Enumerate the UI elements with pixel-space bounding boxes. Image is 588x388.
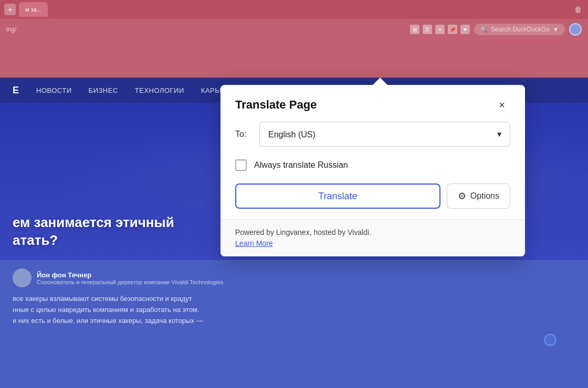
address-bar: ing/ ⊞ 文 ≡ 📌 ▼ 🔍 Search DuckDuckGo ▼	[0, 19, 588, 40]
bookmark-icon[interactable]: ⊞	[410, 25, 419, 34]
tab-label: м за...	[25, 6, 41, 13]
modal-body: To: English (US) English (UK) Spanish Fr…	[220, 122, 525, 219]
new-tab-button[interactable]: +	[4, 4, 16, 15]
browser-tab[interactable]: м за...	[19, 2, 48, 17]
always-translate-checkbox[interactable]	[235, 159, 247, 171]
search-placeholder: Search DuckDuckGo	[491, 26, 550, 33]
always-translate-label: Always translate Russian	[254, 160, 348, 170]
modal-header: Translate Page ×	[220, 85, 525, 122]
search-icon: 🔍	[480, 26, 488, 33]
modal-footer: Powered by Lingvanex, hosted by Vivaldi.…	[220, 219, 525, 256]
modal-caret	[373, 78, 387, 85]
always-translate-row: Always translate Russian	[235, 159, 510, 171]
search-dropdown-icon: ▼	[553, 26, 559, 33]
dropdown-icon[interactable]: ▼	[460, 25, 470, 34]
language-select-row: To: English (US) English (UK) Spanish Fr…	[235, 122, 510, 147]
footer-powered-by-text: Powered by Lingvanex, hosted by Vivaldi.	[235, 228, 510, 236]
reader-icon[interactable]: ≡	[435, 25, 445, 34]
search-box[interactable]: 🔍 Search DuckDuckGo ▼	[474, 24, 565, 35]
to-label: To:	[235, 130, 251, 139]
toolbar-icons: ⊞ 文 ≡ 📌 ▼	[410, 25, 470, 34]
translate-icon[interactable]: 文	[423, 25, 432, 34]
trash-icon[interactable]: 🗑	[572, 4, 584, 15]
options-button-label: Options	[470, 191, 499, 201]
learn-more-link[interactable]: Learn More	[235, 239, 273, 247]
gear-icon: ⚙	[458, 190, 466, 202]
browser-chrome: + м за... 🗑 ing/ ⊞ 文 ≡ 📌 ▼ 🔍 Search Duck…	[0, 0, 588, 78]
modal-title: Translate Page	[235, 98, 317, 112]
options-button[interactable]: ⚙ Options	[447, 184, 510, 209]
tab-bar: + м за... 🗑	[0, 0, 588, 19]
translate-button[interactable]: Translate	[235, 184, 440, 209]
close-button[interactable]: ×	[494, 96, 510, 113]
user-avatar[interactable]	[569, 23, 582, 36]
language-select[interactable]: English (US) English (UK) Spanish French…	[259, 122, 510, 147]
pin-icon[interactable]: 📌	[448, 25, 457, 34]
action-button-row: Translate ⚙ Options	[235, 184, 510, 209]
modal-overlay: Translate Page × To: English (US) Englis…	[0, 78, 588, 388]
language-select-wrapper: English (US) English (UK) Spanish French…	[259, 122, 510, 147]
translate-dialog: Translate Page × To: English (US) Englis…	[220, 85, 525, 256]
address-text: ing/	[6, 26, 16, 33]
